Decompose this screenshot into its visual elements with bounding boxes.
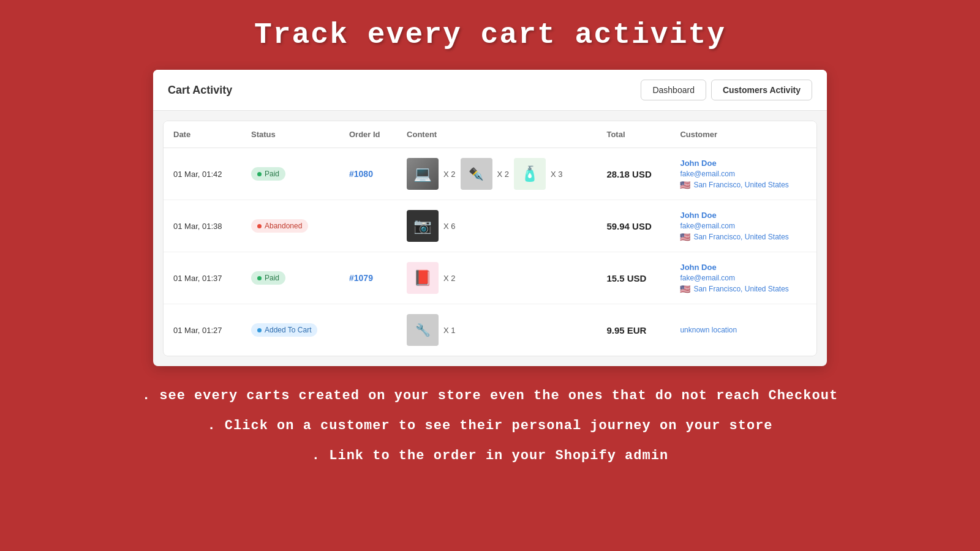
row-3-date: 01 Mar, 01:27 — [164, 304, 241, 356]
product-qty: X 3 — [551, 170, 563, 179]
row-0-content: X 2X 2X 3 — [397, 148, 597, 200]
col-order-id: Order Id — [339, 121, 397, 148]
status-badge-added: Added To Cart — [251, 323, 318, 337]
row-1-total: 59.94 USD — [597, 200, 670, 252]
col-content: Content — [397, 121, 597, 148]
row-3-customer: unknown location — [670, 304, 816, 356]
flag-icon: 🇺🇸 — [680, 232, 690, 242]
features-section: . see every carts created on your store … — [142, 388, 838, 463]
row-1-order-id — [339, 200, 397, 252]
row-0-order-id: #1080 — [339, 148, 397, 200]
product-list: X 6 — [407, 210, 587, 242]
status-dot — [257, 328, 262, 332]
status-dot — [257, 276, 262, 280]
customer-email[interactable]: fake@email.com — [680, 170, 807, 178]
customer-email[interactable]: fake@email.com — [680, 274, 807, 282]
customer-location: 🇺🇸San Francisco, United States — [680, 180, 807, 190]
page-main-title: Track every cart activity — [254, 18, 726, 51]
product-qty: X 2 — [497, 170, 510, 179]
app-container: Cart Activity Dashboard Customers Activi… — [153, 70, 827, 366]
product-image-tool — [407, 314, 439, 346]
product-list: X 2X 2X 3 — [407, 158, 587, 190]
feature-text-3: . Link to the order in your Shopify admi… — [312, 448, 668, 463]
location-link[interactable]: San Francisco, United States — [693, 233, 788, 241]
flag-icon: 🇺🇸 — [680, 180, 690, 190]
row-2-status: Paid — [241, 252, 339, 304]
col-date: Date — [164, 121, 241, 148]
order-link-#1079[interactable]: #1079 — [349, 273, 373, 283]
app-header: Cart Activity Dashboard Customers Activi… — [153, 70, 827, 111]
customer-name[interactable]: John Doe — [680, 263, 807, 272]
row-1-customer: John Doefake@email.com🇺🇸San Francisco, U… — [670, 200, 816, 252]
cart-activity-table: Date Status Order Id Content Total Custo… — [164, 121, 816, 356]
product-image-bottle — [514, 158, 546, 190]
feature-text-1: . see every carts created on your store … — [142, 388, 838, 403]
dashboard-button[interactable]: Dashboard — [641, 80, 706, 100]
header-buttons: Dashboard Customers Activity — [641, 80, 812, 100]
customer-info: John Doefake@email.com🇺🇸San Francisco, U… — [680, 263, 807, 294]
table-row: 01 Mar, 01:42Paid#1080X 2X 2X 328.18 USD… — [164, 148, 816, 200]
product-image-book — [407, 262, 439, 294]
product-qty: X 2 — [443, 170, 456, 179]
table-row: 01 Mar, 01:37Paid#1079X 215.5 USDJohn Do… — [164, 252, 816, 304]
product-list: X 1 — [407, 314, 587, 346]
row-1-date: 01 Mar, 01:38 — [164, 200, 241, 252]
table-row: 01 Mar, 01:27Added To CartX 19.95 EURunk… — [164, 304, 816, 356]
customer-location: 🇺🇸San Francisco, United States — [680, 232, 807, 242]
location-link[interactable]: San Francisco, United States — [693, 181, 788, 189]
col-status: Status — [241, 121, 339, 148]
table-header-row: Date Status Order Id Content Total Custo… — [164, 121, 816, 148]
col-customer: Customer — [670, 121, 816, 148]
status-badge-paid: Paid — [251, 271, 285, 285]
product-qty: X 6 — [443, 222, 456, 231]
row-1-status: Abandoned — [241, 200, 339, 252]
row-3-order-id — [339, 304, 397, 356]
product-list: X 2 — [407, 262, 587, 294]
row-3-status: Added To Cart — [241, 304, 339, 356]
table-row: 01 Mar, 01:38AbandonedX 659.94 USDJohn D… — [164, 200, 816, 252]
product-image-pen — [461, 158, 492, 190]
unknown-location-link[interactable]: unknown location — [680, 326, 807, 334]
status-dot — [257, 224, 262, 228]
row-0-status: Paid — [241, 148, 339, 200]
product-image-laptop — [407, 158, 439, 190]
row-2-total: 15.5 USD — [597, 252, 670, 304]
customer-info: John Doefake@email.com🇺🇸San Francisco, U… — [680, 211, 807, 242]
app-title: Cart Activity — [168, 84, 232, 97]
customer-email[interactable]: fake@email.com — [680, 222, 807, 230]
product-image-camera — [407, 210, 439, 242]
row-2-date: 01 Mar, 01:37 — [164, 252, 241, 304]
feature-text-2: . Click on a customer to see their perso… — [207, 418, 772, 433]
row-3-total: 9.95 EUR — [597, 304, 670, 356]
row-3-content: X 1 — [397, 304, 597, 356]
row-0-date: 01 Mar, 01:42 — [164, 148, 241, 200]
row-1-content: X 6 — [397, 200, 597, 252]
product-qty: X 1 — [443, 326, 456, 335]
row-2-content: X 2 — [397, 252, 597, 304]
customer-info: unknown location — [680, 326, 807, 334]
row-2-customer: John Doefake@email.com🇺🇸San Francisco, U… — [670, 252, 816, 304]
status-badge-abandoned: Abandoned — [251, 219, 308, 233]
status-dot — [257, 172, 262, 176]
col-total: Total — [597, 121, 670, 148]
product-qty: X 2 — [443, 274, 456, 283]
row-0-customer: John Doefake@email.com🇺🇸San Francisco, U… — [670, 148, 816, 200]
cart-activity-table-container: Date Status Order Id Content Total Custo… — [163, 121, 817, 356]
flag-icon: 🇺🇸 — [680, 284, 690, 294]
customer-name[interactable]: John Doe — [680, 159, 807, 168]
customer-location: 🇺🇸San Francisco, United States — [680, 284, 807, 294]
status-badge-paid: Paid — [251, 167, 285, 181]
row-2-order-id: #1079 — [339, 252, 397, 304]
customer-name[interactable]: John Doe — [680, 211, 807, 220]
customer-info: John Doefake@email.com🇺🇸San Francisco, U… — [680, 159, 807, 190]
customers-activity-button[interactable]: Customers Activity — [711, 80, 812, 100]
row-0-total: 28.18 USD — [597, 148, 670, 200]
location-link[interactable]: San Francisco, United States — [693, 285, 788, 293]
order-link-#1080[interactable]: #1080 — [349, 169, 373, 179]
